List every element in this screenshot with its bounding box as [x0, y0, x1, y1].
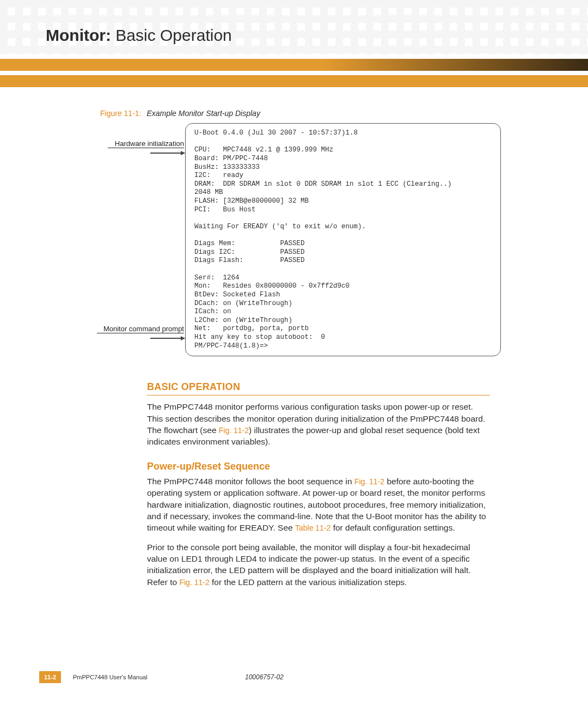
figure-title: Example Monitor Start-up Display	[146, 109, 260, 118]
chapter-header: Monitor: Basic Operation	[0, 0, 588, 45]
xref-fig-11-2[interactable]: Fig. 11-2	[179, 578, 209, 587]
section-basic-operation: BASIC OPERATION The PmPPC7448 monitor pe…	[147, 381, 490, 588]
annotation-prompt: Monitor command prompt	[97, 325, 184, 333]
arrow-icon	[150, 338, 185, 339]
page-number: 11-2	[39, 671, 61, 683]
paragraph: The PmPPC7448 monitor follows the boot s…	[147, 476, 490, 534]
annotation-hw-init: Hardware initialization	[108, 139, 184, 148]
xref-fig-11-2[interactable]: Fig. 11-2	[219, 426, 249, 435]
paragraph: Prior to the console port being availabl…	[147, 541, 490, 588]
terminal-output: U-Boot 0.4.0 (Jul 30 2007 - 10:57:37)1.8…	[185, 123, 501, 356]
gradient-bar	[0, 59, 588, 71]
heading-powerup: Power-up/Reset Sequence	[147, 461, 490, 472]
document-number: 10006757-02	[245, 673, 284, 681]
paragraph: The PmPPC7448 monitor performs various c…	[147, 401, 490, 448]
figure-11-1: Hardware initialization Monitor command …	[49, 123, 539, 356]
heading-basic-operation: BASIC OPERATION	[147, 381, 490, 395]
xref-table-11-2[interactable]: Table 11-2	[295, 524, 330, 532]
orange-bar	[0, 75, 588, 87]
chapter-title-rest: Basic Operation	[111, 26, 232, 44]
xref-fig-11-2[interactable]: Fig. 11-2	[354, 477, 384, 486]
figure-caption: Figure 11-1: Example Monitor Start-up Di…	[100, 109, 539, 118]
arrow-icon	[150, 153, 185, 154]
manual-name: PmPPC7448 User's Manual	[73, 674, 148, 680]
chapter-title-bold: Monitor:	[46, 26, 111, 44]
figure-number: Figure 11-1:	[100, 109, 141, 118]
page-content: Figure 11-1: Example Monitor Start-up Di…	[0, 87, 588, 588]
page-footer: 11-2 PmPPC7448 User's Manual 10006757-02	[0, 670, 588, 684]
